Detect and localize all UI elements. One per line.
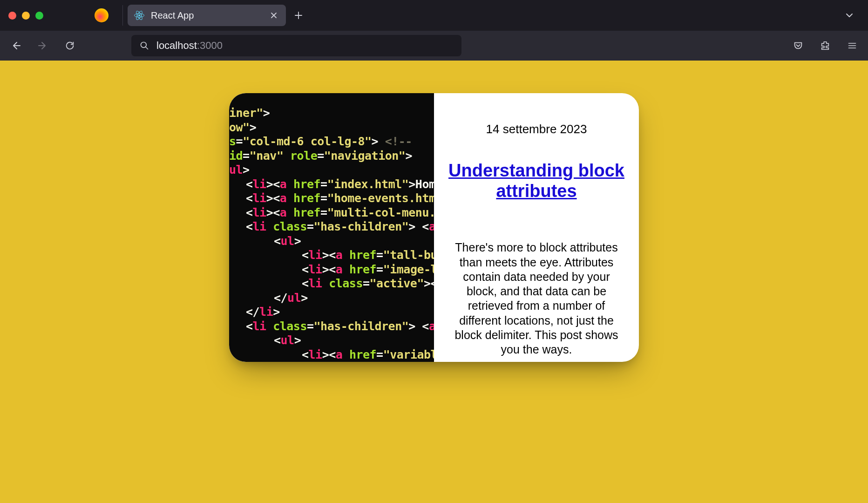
- url-text: localhost:3000: [156, 40, 223, 52]
- forward-button[interactable]: [31, 35, 55, 56]
- browser-tab[interactable]: React App: [128, 5, 286, 26]
- tab-title: React App: [151, 10, 262, 21]
- new-tab-button[interactable]: [286, 11, 311, 20]
- minimize-window-button[interactable]: [22, 12, 30, 20]
- react-icon: [134, 10, 144, 20]
- reload-button[interactable]: [58, 35, 82, 56]
- browser-chrome: React App localhost:3000: [0, 0, 868, 61]
- svg-point-0: [138, 14, 140, 16]
- url-host: localhost: [156, 40, 197, 51]
- article-title-link[interactable]: Understanding block attributes: [448, 161, 624, 201]
- nav-toolbar: localhost:3000: [0, 31, 868, 61]
- pocket-button[interactable]: [786, 35, 810, 56]
- back-button[interactable]: [4, 35, 28, 56]
- window-controls: [6, 12, 95, 20]
- title-bar: React App: [0, 0, 868, 31]
- extensions-button[interactable]: [813, 35, 837, 56]
- tabs-dropdown-button[interactable]: [836, 11, 862, 20]
- page-content: iner">ow">s="col-md-6 col-lg-8"> <!--id=…: [0, 61, 868, 503]
- article-date: 14 settembre 2023: [486, 122, 587, 136]
- article-card: iner">ow">s="col-md-6 col-lg-8"> <!--id=…: [229, 93, 639, 362]
- maximize-window-button[interactable]: [35, 12, 43, 20]
- close-tab-button[interactable]: [268, 12, 279, 19]
- close-window-button[interactable]: [8, 12, 16, 20]
- address-bar[interactable]: localhost:3000: [131, 35, 461, 56]
- article-description: There's more to block attributes than me…: [445, 240, 628, 357]
- article-image-code: iner">ow">s="col-md-6 col-lg-8"> <!--id=…: [229, 93, 434, 362]
- search-icon: [140, 41, 149, 50]
- url-port: :3000: [197, 40, 223, 51]
- firefox-logo-icon: [95, 8, 108, 22]
- article-title: Understanding block attributes: [445, 161, 628, 201]
- hamburger-menu-button[interactable]: [840, 35, 864, 56]
- tab-separator: [122, 5, 123, 26]
- article-body: 14 settembre 2023 Understanding block at…: [434, 93, 639, 362]
